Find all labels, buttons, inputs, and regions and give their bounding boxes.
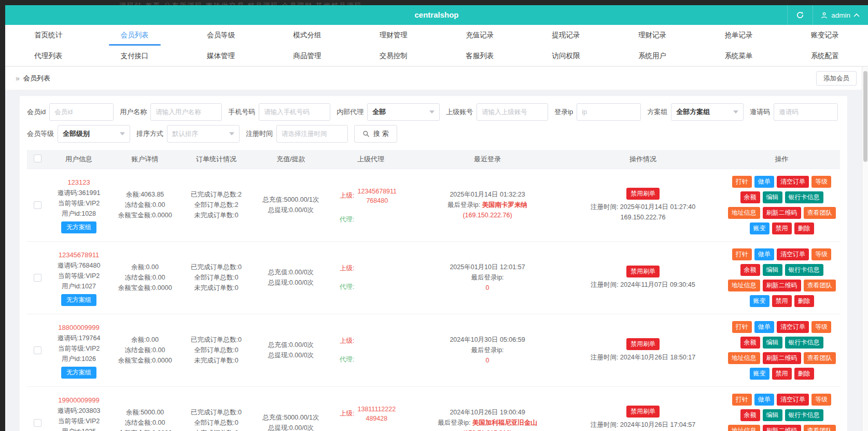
action-button[interactable]: 删除 (794, 368, 814, 380)
action-button[interactable]: 账变 (750, 368, 769, 380)
nav-tab[interactable]: 理财记录 (609, 25, 695, 46)
action-button[interactable]: 打针 (732, 248, 752, 260)
nav-tab[interactable]: 代理列表 (5, 46, 91, 66)
action-button[interactable]: 刷新二维码 (763, 425, 801, 431)
account-detail-cell: 余额:4063.85 冻结金额:0.00 余额宝金额:0.0000 (110, 174, 180, 236)
nav-tab[interactable]: 媒体管理 (178, 46, 264, 66)
action-button[interactable]: 做单 (754, 176, 774, 188)
action-button[interactable]: 禁用 (772, 223, 792, 234)
nav-tab[interactable]: 提现记录 (523, 25, 609, 46)
scrollbar-thumb[interactable] (863, 71, 867, 162)
action-button[interactable]: 做单 (754, 321, 774, 333)
action-button[interactable]: 银行卡信息 (785, 264, 823, 276)
row-checkbox[interactable] (34, 419, 41, 427)
agent-label: 代理: (340, 215, 354, 224)
action-button[interactable]: 编辑 (763, 337, 782, 349)
action-button[interactable]: 查看团队 (804, 425, 836, 431)
nav-tab[interactable]: 模式分组 (264, 25, 350, 46)
nav-tab[interactable]: 系统配置 (782, 46, 868, 66)
row-checkbox[interactable] (34, 346, 41, 354)
scrollbar-track[interactable] (862, 67, 868, 431)
select-all-checkbox[interactable] (34, 155, 41, 162)
nav-tab[interactable]: 会员列表 (91, 25, 177, 46)
action-button[interactable]: 清空订单 (777, 248, 809, 260)
filter-label: 手机号码 (228, 107, 255, 117)
filter-input[interactable]: 请输入用户名称 (150, 103, 222, 121)
action-button[interactable]: 刷新二维码 (763, 207, 801, 219)
member-username[interactable]: 19900009999 (58, 395, 100, 406)
action-button[interactable]: 打针 (732, 176, 752, 188)
filter-input[interactable]: 默认排序 (167, 125, 240, 143)
nav-tab[interactable]: 理财管理 (351, 25, 437, 46)
action-button[interactable]: 等级 (811, 176, 831, 188)
action-button[interactable]: 银行卡信息 (785, 409, 823, 421)
user-menu[interactable]: admin (813, 5, 868, 25)
action-button[interactable]: 删除 (794, 295, 814, 307)
action-button[interactable]: 等级 (811, 248, 831, 260)
filter-input[interactable]: 全部方案组 (671, 103, 744, 121)
row-checkbox[interactable] (34, 201, 41, 209)
action-button[interactable]: 清空订单 (777, 321, 809, 333)
action-button[interactable]: 地址信息 (728, 425, 760, 431)
nav-tab[interactable]: 账变记录 (782, 25, 868, 46)
action-button[interactable]: 银行卡信息 (785, 337, 823, 349)
row-checkbox[interactable] (34, 274, 41, 282)
action-button[interactable]: 禁用 (772, 295, 792, 307)
filter-input[interactable]: 全部级别 (58, 125, 130, 143)
nav-tab[interactable]: 首页统计 (5, 25, 91, 46)
nav-tab[interactable]: 会员等级 (178, 25, 264, 46)
nav-tab[interactable]: 充值记录 (437, 25, 523, 46)
action-button[interactable]: 刷新二维码 (763, 280, 801, 291)
action-button[interactable]: 查看团队 (804, 352, 836, 364)
action-button[interactable]: 刷新二维码 (763, 352, 801, 364)
filter-input[interactable]: 邀请码 (774, 103, 838, 121)
action-button[interactable]: 账变 (750, 223, 769, 234)
filter-input[interactable]: 请输入上级账号 (477, 103, 548, 121)
action-button[interactable]: 等级 (811, 321, 831, 333)
nav-tab[interactable]: 商品管理 (264, 46, 350, 66)
action-button[interactable]: 编辑 (763, 409, 782, 421)
action-button[interactable]: 查看团队 (804, 280, 836, 291)
action-button[interactable]: 地址信息 (728, 280, 760, 291)
action-button[interactable]: 查看团队 (804, 207, 836, 219)
nav-tab[interactable]: 访问权限 (523, 46, 609, 66)
action-button[interactable]: 禁用 (772, 368, 792, 380)
action-button[interactable]: 打针 (732, 394, 752, 406)
action-button[interactable]: 地址信息 (728, 207, 760, 219)
action-button[interactable]: 编辑 (763, 191, 782, 203)
refresh-button[interactable] (787, 5, 813, 25)
filter-input[interactable]: 会员id (49, 103, 114, 121)
action-button[interactable]: 银行卡信息 (785, 191, 823, 203)
nav-tab[interactable]: 支付接口 (91, 46, 177, 66)
nav-tab[interactable]: 系统菜单 (695, 46, 781, 66)
nav-tab[interactable]: 抢单记录 (695, 25, 781, 46)
filter-input[interactable]: 请输入手机号码 (259, 103, 330, 121)
member-username[interactable]: 18800009999 (58, 323, 100, 333)
filter-input[interactable]: ip (577, 103, 641, 121)
nav-tab[interactable]: 交易控制 (351, 46, 437, 66)
add-member-button[interactable]: 添加会员 (816, 71, 857, 86)
action-button[interactable]: 等级 (811, 394, 831, 406)
action-button[interactable]: 余额 (740, 264, 760, 276)
action-button[interactable]: 余额 (740, 337, 760, 349)
action-button[interactable]: 余额 (740, 409, 760, 421)
action-button[interactable]: 地址信息 (728, 352, 760, 364)
member-username[interactable]: 123123 (67, 177, 90, 188)
action-button[interactable]: 清空订单 (777, 176, 809, 188)
search-button[interactable]: 搜 索 (354, 125, 397, 143)
filter-input[interactable]: 请选择注册时间 (276, 125, 348, 143)
status-badge: 禁用刷单 (626, 338, 660, 350)
action-button[interactable]: 做单 (754, 394, 774, 406)
action-button[interactable]: 做单 (754, 248, 774, 260)
account-detail-cell: 余额:5000.00 冻结金额:0.00 余额宝金额:0.0000 (110, 392, 180, 431)
action-button[interactable]: 账变 (750, 295, 769, 307)
nav-tab[interactable]: 客服列表 (437, 46, 523, 66)
action-button[interactable]: 余额 (740, 191, 760, 203)
action-button[interactable]: 清空订单 (777, 394, 809, 406)
member-username[interactable]: 12345678911 (59, 250, 100, 260)
action-button[interactable]: 删除 (794, 223, 814, 234)
nav-tab[interactable]: 系统用户 (609, 46, 695, 66)
filter-input[interactable]: 全部 (367, 103, 440, 121)
action-button[interactable]: 编辑 (763, 264, 782, 276)
action-button[interactable]: 打针 (732, 321, 752, 333)
